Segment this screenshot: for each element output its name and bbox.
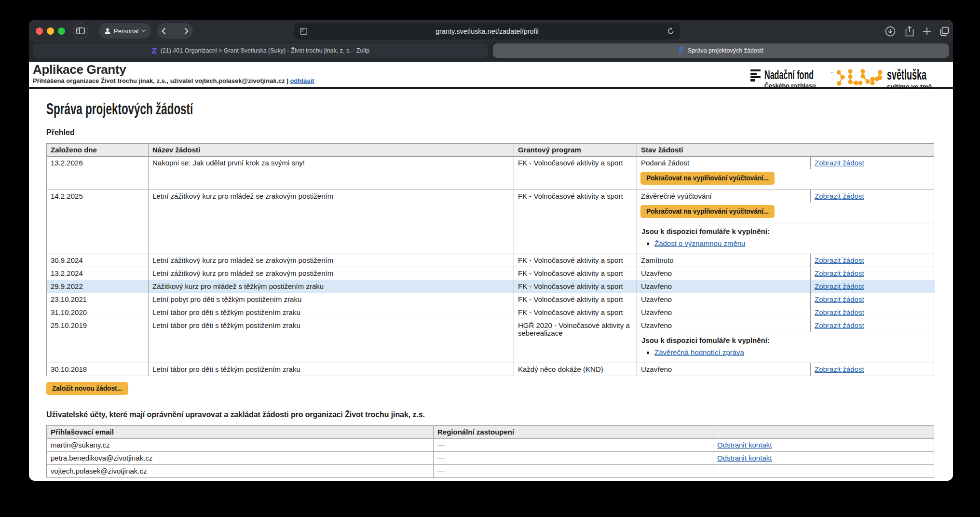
cell-name: Letní tábor pro děti s těžkým postižením… — [149, 306, 514, 319]
col-header: Stav žádosti — [637, 144, 810, 156]
status-text: Uzavřeno — [637, 293, 810, 306]
cell-date: 31.10.2020 — [47, 306, 149, 319]
col-header: Přihlašovací email — [47, 426, 434, 438]
tab-title: (21) #01 Organizacni > Grant Svetluska (… — [161, 47, 369, 54]
blue-dash: - — [831, 69, 833, 76]
share-button[interactable] — [903, 25, 916, 38]
view-application-link[interactable]: Zobrazit žádost — [815, 192, 864, 200]
remove-contact-link[interactable]: Odstranit kontakt — [717, 441, 772, 449]
status-text: Závěrečné vyúčtování — [637, 190, 810, 203]
status-text: Uzavřeno — [637, 267, 810, 280]
profile-button[interactable]: Personal — [99, 23, 151, 39]
view-application-link[interactable]: Zobrazit žádost — [815, 295, 864, 303]
cell-status: Uzavřeno Zobrazit žádost — [637, 363, 935, 376]
cell-program: FK - Volnočasové aktivity a sport — [514, 254, 637, 267]
form-link[interactable]: Závěrečná hodnotící zpráva — [654, 348, 744, 356]
continue-settlement-button[interactable]: Pokračovat na vyplňování vyúčtování... — [640, 172, 775, 185]
continue-settlement-button[interactable]: Pokračovat na vyplňování vyúčtování... — [640, 205, 775, 218]
zulip-favicon: Z — [151, 46, 157, 55]
cell-program: HGŘ 2020 - Volnočasové aktivity a sebere… — [514, 319, 637, 363]
forward-button[interactable] — [184, 27, 189, 35]
cell-name: Letní zážitkový kurz pro mládež se zrako… — [149, 190, 514, 254]
cell-name: Letní zážitkový kurz pro mládež se zrako… — [149, 267, 514, 280]
cell-date: 13.2.2024 — [47, 267, 149, 280]
cell-program: FK - Volnočasové aktivity a sport — [514, 157, 637, 190]
view-application-link[interactable]: Zobrazit žádost — [815, 308, 864, 316]
status-text: Uzavřeno — [637, 363, 810, 376]
user-row: vojtech.polasek@zivotjinak.cz — — [47, 464, 934, 477]
users-table-header: Přihlašovací email Regionální zastoupení — [47, 426, 934, 438]
cell-program: FK - Volnočasové aktivity a sport — [514, 190, 637, 254]
user-row: petra.benedikova@zivotjinak.cz — Odstran… — [47, 451, 934, 464]
cell-region: — — [434, 452, 713, 464]
forms-available-heading: Jsou k dispozici fomuláře k vyplnění: — [641, 227, 930, 236]
cell-status: Zamítnuto Zobrazit žádost — [637, 254, 935, 267]
form-link[interactable]: Žádost o významnou změnu — [654, 239, 745, 247]
col-header-empty — [713, 426, 934, 438]
user-row: martin@sukany.cz — Odstranit kontakt — [47, 438, 934, 451]
plus-icon — [923, 27, 931, 36]
tab-overview-button[interactable] — [938, 25, 951, 38]
profile-label: Personal — [114, 27, 138, 35]
application-row: 30.10.2018 Letní tábor pro děti s těžkým… — [47, 363, 934, 376]
logout-link[interactable]: odhlásit — [290, 77, 314, 84]
cell-date: 23.10.2021 — [47, 293, 149, 306]
close-window-button[interactable] — [36, 27, 43, 35]
users-section-heading: Uživatelské účty, které mají oprávnění u… — [46, 410, 934, 419]
forms-available-heading: Jsou k dispozici fomuláře k vyplnění: — [641, 336, 930, 345]
new-application-button[interactable]: Založit novou žádost... — [46, 382, 128, 395]
person-icon — [104, 27, 111, 34]
view-application-link[interactable]: Zobrazit žádost — [815, 256, 864, 264]
address-bar[interactable]: granty.svetluska.net/zadatel/profil — [294, 23, 680, 40]
minimize-window-button[interactable] — [47, 27, 54, 35]
application-row: 29.9.2022 Zážitkový kurz pro mládež s tě… — [47, 280, 934, 293]
cell-region: — — [434, 439, 713, 451]
page-settings-icon[interactable] — [300, 28, 307, 35]
cell-region: — — [434, 465, 713, 477]
reload-icon[interactable] — [667, 27, 674, 35]
url-text: granty.svetluska.net/zadatel/profil — [307, 27, 667, 35]
application-row: 13.2.2024 Letní zážitkový kurz pro mláde… — [47, 267, 934, 280]
sidebar-icon — [76, 27, 85, 34]
cell-date: 14.2.2025 — [47, 190, 149, 254]
applications-table: Založeno dne Název žádosti Grantový prog… — [46, 143, 934, 376]
application-row: 23.10.2021 Letní pobyt pro děti s těžkým… — [47, 293, 934, 306]
view-application-link[interactable]: Zobrazit žádost — [815, 269, 864, 277]
tab-granty[interactable]: Správa projektových žádostí — [493, 43, 949, 58]
tab-title: Správa projektových žádostí — [688, 47, 763, 54]
logos: Nadační fond Českého rozhlasu - — [750, 63, 947, 90]
view-application-link[interactable]: Zobrazit žádost — [815, 159, 864, 167]
logged-in-info: Přihlášená organizace Život trochu jinak… — [33, 77, 314, 84]
granty-favicon — [679, 47, 684, 54]
cell-status: Uzavřeno Zobrazit žádost — [637, 280, 935, 293]
main-content: Správa projektových žádostí Přehled Zalo… — [29, 100, 953, 478]
cell-name: Nakopni se: Jak udělat první krok za svý… — [149, 157, 514, 190]
tab-bar: Z (21) #01 Organizacni > Grant Svetluska… — [29, 42, 953, 62]
cell-email: martin@sukany.cz — [47, 439, 434, 451]
svetluska-logo: - světluš — [831, 68, 947, 90]
view-application-link[interactable]: Zobrazit žádost — [815, 321, 864, 329]
cell-email: petra.benedikova@zivotjinak.cz — [47, 452, 434, 464]
cell-program: Každý něco dokáže (KND) — [514, 363, 637, 376]
back-button[interactable] — [162, 27, 166, 35]
page-title: Správa projektových žádostí — [46, 100, 650, 118]
cell-name: Letní tábor pro děti s těžkým postižením… — [149, 363, 514, 376]
col-header: Založeno dne — [47, 144, 149, 156]
view-application-link[interactable]: Zobrazit žádost — [815, 282, 864, 290]
firefly-constellation-icon — [837, 68, 883, 88]
col-header-empty — [810, 144, 934, 156]
download-icon — [885, 26, 896, 37]
downloads-button[interactable] — [884, 25, 897, 38]
remove-contact-link[interactable]: Odstranit kontakt — [717, 454, 772, 462]
cell-name: Zážitkový kurz pro mládež s těžkým posti… — [149, 280, 514, 293]
cell-program: FK - Volnočasové aktivity a sport — [514, 293, 637, 306]
new-tab-button[interactable] — [921, 25, 933, 38]
view-application-link[interactable]: Zobrazit žádost — [815, 365, 864, 373]
tab-zulip[interactable]: Z (21) #01 Organizacni > Grant Svetluska… — [33, 43, 488, 58]
application-row: 13.2.2026 Nakopni se: Jak udělat první k… — [47, 156, 934, 190]
col-header: Regionální zastoupení — [434, 426, 713, 438]
site-title: Aplikace Granty — [33, 63, 314, 77]
cell-email: vojtech.polasek@zivotjinak.cz — [47, 465, 434, 477]
zoom-window-button[interactable] — [58, 27, 65, 35]
sidebar-toggle-button[interactable] — [73, 23, 88, 39]
